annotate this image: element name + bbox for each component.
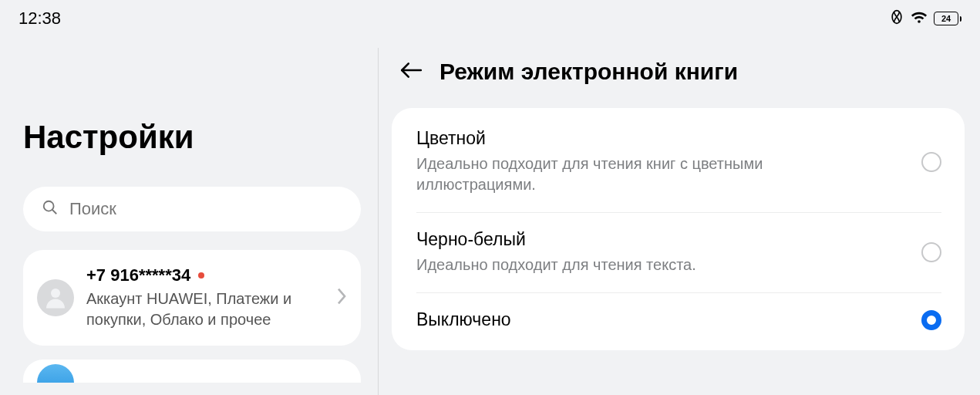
status-time: 12:38: [19, 8, 61, 29]
radio-icon[interactable]: [921, 310, 941, 330]
nfc-icon: [889, 9, 904, 28]
status-icons: 24: [889, 9, 961, 28]
app-icon: [37, 364, 74, 383]
status-bar: 12:38 24: [0, 0, 980, 37]
account-card[interactable]: +7 916*****34 Аккаунт HUAWEI, Платежи и …: [23, 250, 361, 346]
chevron-right-icon: [336, 287, 347, 309]
option-title: Черно-белый: [416, 229, 921, 250]
radio-icon[interactable]: [921, 152, 941, 172]
option-title: Выключено: [416, 309, 921, 330]
wifi-icon: [911, 9, 928, 28]
avatar: [37, 279, 74, 316]
svg-point-3: [51, 289, 60, 298]
battery-icon: 24: [934, 12, 961, 25]
option-color[interactable]: Цветной Идеально подходит для чтения кни…: [392, 111, 965, 212]
detail-panel: Режим электронной книги Цветной Идеально…: [378, 37, 980, 395]
svg-line-2: [52, 210, 57, 214]
battery-level: 24: [941, 14, 951, 23]
back-button[interactable]: [399, 60, 423, 83]
notification-dot-icon: [198, 272, 204, 279]
search-input[interactable]: Поиск: [23, 187, 361, 231]
settings-sidebar: Настройки Поиск +7 916*****34 Аккаунт HU…: [0, 37, 378, 395]
search-placeholder: Поиск: [69, 199, 116, 219]
account-subtitle: Аккаунт HUAWEI, Платежи и покупки, Облак…: [86, 289, 324, 330]
radio-icon[interactable]: [921, 242, 941, 262]
option-title: Цветной: [416, 128, 921, 149]
option-subtitle: Идеально подходит для чтения книг с цвет…: [416, 154, 848, 195]
account-phone: +7 916*****34: [86, 265, 190, 285]
option-off[interactable]: Выключено: [392, 292, 965, 347]
list-item[interactable]: [23, 360, 361, 383]
svg-point-1: [44, 201, 54, 211]
page-title: Режим электронной книги: [439, 59, 738, 85]
search-icon: [42, 199, 59, 219]
settings-title: Настройки: [23, 119, 361, 156]
page-header: Режим электронной книги: [378, 37, 965, 108]
options-card: Цветной Идеально подходит для чтения кни…: [392, 108, 965, 350]
option-bw[interactable]: Черно-белый Идеально подходит для чтения…: [392, 212, 965, 292]
option-subtitle: Идеально подходит для чтения текста.: [416, 255, 848, 275]
